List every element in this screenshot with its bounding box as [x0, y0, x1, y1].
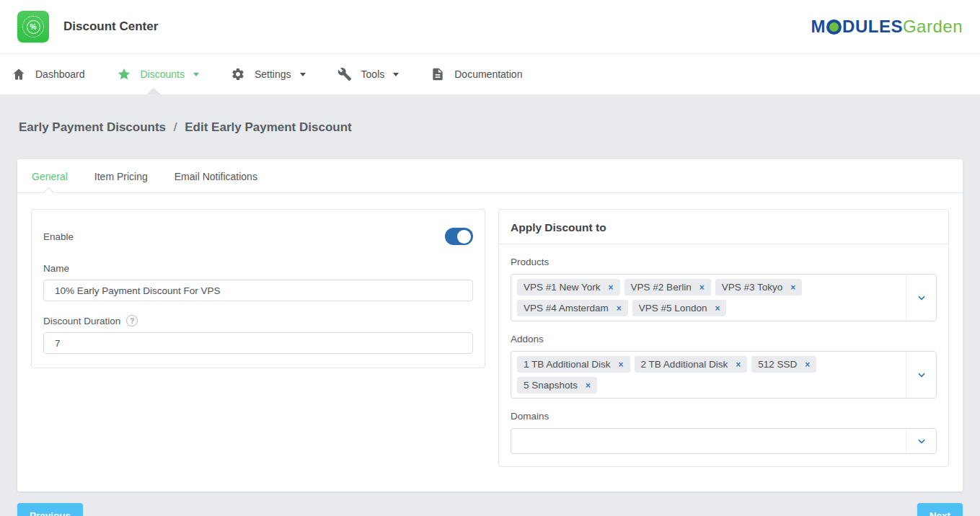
- breadcrumb-separator: /: [174, 120, 177, 134]
- help-icon[interactable]: ?: [126, 315, 138, 326]
- domains-field-group: Domains: [511, 411, 937, 454]
- domains-label: Domains: [511, 411, 937, 422]
- next-button[interactable]: Next: [917, 503, 963, 516]
- tab-email-notifications[interactable]: Email Notifications: [175, 159, 257, 192]
- tag-chip: 1 TB Additional Disk ×: [517, 356, 630, 373]
- products-field-group: Products VPS #1 New York × VPS #2 Berlin…: [511, 257, 937, 321]
- main-nav: Dashboard Discounts Settings Tools Docum…: [0, 54, 980, 94]
- tag-label: VPS #3 Tokyo: [722, 282, 783, 293]
- modulesgarden-logo: M DULES Garden: [811, 18, 963, 35]
- tag-chip: VPS #4 Amsterdam ×: [517, 300, 628, 316]
- tag-label: 2 TB Additional Disk: [641, 359, 728, 370]
- remove-tag-icon[interactable]: ×: [699, 283, 705, 292]
- active-nav-pointer: [146, 88, 161, 94]
- enable-label: Enable: [43, 231, 74, 242]
- gear-icon: [231, 67, 245, 81]
- domains-multiselect[interactable]: [511, 428, 937, 454]
- app-header: % Discount Center M DULES Garden: [0, 0, 980, 54]
- star-icon: [117, 67, 131, 81]
- tag-chip: VPS #3 Tokyo ×: [715, 279, 803, 295]
- discount-badge-icon: %: [22, 16, 44, 37]
- tag-label: VPS #5 London: [639, 303, 707, 313]
- breadcrumb-current: Edit Early Payment Discount: [185, 120, 351, 134]
- remove-tag-icon[interactable]: ×: [736, 360, 741, 369]
- caret-down-icon: [393, 73, 399, 76]
- tab-general[interactable]: General: [32, 159, 68, 192]
- general-settings-panel: Enable Name Discount Duration ?: [31, 209, 485, 368]
- enable-row: Enable: [43, 220, 473, 249]
- nav-label: Tools: [361, 68, 385, 80]
- wrench-icon: [337, 67, 352, 81]
- name-label: Name: [43, 263, 473, 274]
- remove-tag-icon[interactable]: ×: [586, 381, 591, 390]
- edit-discount-card: General Item Pricing Email Notifications…: [17, 159, 963, 491]
- breadcrumb: Early Payment Discounts / Edit Early Pay…: [0, 94, 980, 159]
- name-input[interactable]: [43, 280, 473, 301]
- home-icon: [12, 67, 26, 81]
- chevron-down-icon[interactable]: [906, 275, 936, 320]
- toggle-knob: [457, 230, 471, 244]
- remove-tag-icon[interactable]: ×: [715, 304, 720, 313]
- tag-label: 512 SSD: [758, 359, 797, 370]
- name-field-group: Name: [43, 263, 473, 301]
- tag-chip: 5 Snapshots ×: [517, 377, 597, 393]
- duration-field-group: Discount Duration ?: [43, 315, 473, 354]
- nav-label: Documentation: [454, 68, 522, 80]
- app-logo-icon: %: [17, 11, 49, 43]
- tag-label: 5 Snapshots: [524, 380, 578, 391]
- addons-multiselect[interactable]: 1 TB Additional Disk × 2 TB Additional D…: [511, 351, 937, 399]
- nav-label: Discounts: [141, 68, 185, 80]
- caret-down-icon: [300, 73, 306, 76]
- products-label: Products: [511, 257, 937, 267]
- nav-item-dashboard[interactable]: Dashboard: [12, 67, 85, 81]
- apply-discount-title: Apply Discount to: [499, 210, 948, 244]
- chevron-down-icon[interactable]: [906, 430, 936, 453]
- remove-tag-icon[interactable]: ×: [805, 360, 810, 369]
- remove-tag-icon[interactable]: ×: [619, 360, 624, 369]
- nav-label: Dashboard: [35, 68, 85, 80]
- nav-item-settings[interactable]: Settings: [231, 67, 306, 81]
- tag-chip: 2 TB Additional Disk ×: [635, 356, 748, 373]
- products-multiselect[interactable]: VPS #1 New York × VPS #2 Berlin × VPS #3…: [511, 274, 937, 321]
- nav-label: Settings: [255, 68, 291, 80]
- remove-tag-icon[interactable]: ×: [617, 304, 622, 313]
- globe-icon: [826, 19, 842, 35]
- addons-field-group: Addons 1 TB Additional Disk × 2 TB Addit…: [511, 334, 937, 399]
- wizard-footer: Previous Next: [17, 503, 963, 516]
- tag-chip: VPS #2 Berlin ×: [624, 279, 711, 295]
- breadcrumb-parent[interactable]: Early Payment Discounts: [19, 120, 166, 134]
- tag-label: VPS #4 Amsterdam: [524, 303, 609, 313]
- nav-item-discounts[interactable]: Discounts: [117, 67, 199, 81]
- tag-label: VPS #1 New York: [524, 282, 601, 293]
- enable-toggle[interactable]: [445, 228, 473, 245]
- remove-tag-icon[interactable]: ×: [790, 283, 795, 292]
- tag-label: VPS #2 Berlin: [631, 282, 692, 293]
- duration-input[interactable]: [43, 332, 473, 354]
- tag-chip: VPS #5 London ×: [632, 300, 727, 316]
- tab-bar: General Item Pricing Email Notifications: [17, 159, 963, 193]
- tab-item-pricing[interactable]: Item Pricing: [94, 159, 148, 192]
- chevron-down-icon[interactable]: [906, 352, 936, 397]
- tag-chip: 512 SSD ×: [751, 356, 816, 373]
- general-tab-content: Enable Name Discount Duration ? Apply Di…: [17, 193, 963, 491]
- document-icon: [431, 67, 445, 81]
- tag-label: 1 TB Additional Disk: [524, 359, 611, 370]
- tag-chip: VPS #1 New York ×: [517, 279, 620, 295]
- addons-label: Addons: [511, 334, 937, 344]
- apply-discount-panel: Apply Discount to Products VPS #1 New Yo…: [498, 209, 949, 467]
- nav-item-documentation[interactable]: Documentation: [431, 67, 522, 81]
- caret-down-icon: [193, 73, 199, 76]
- nav-item-tools[interactable]: Tools: [337, 67, 399, 81]
- page-title: Discount Center: [63, 19, 158, 34]
- previous-button[interactable]: Previous: [17, 503, 83, 516]
- remove-tag-icon[interactable]: ×: [609, 283, 614, 292]
- duration-label: Discount Duration: [43, 316, 120, 326]
